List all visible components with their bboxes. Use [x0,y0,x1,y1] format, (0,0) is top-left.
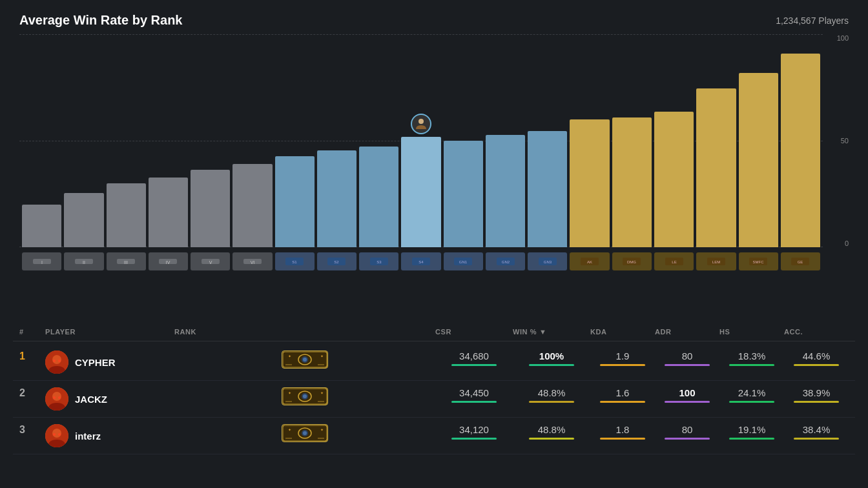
bar-group-0 [22,34,61,247]
bar-0 [22,205,61,247]
win-pct-label: WIN % [513,328,537,336]
svg-text:IV: IV [166,260,170,265]
bar-group-2 [107,34,146,247]
table-row-1[interactable]: 2 JACKZ ✦ ✦ [13,381,855,418]
bar-group-15 [654,34,694,247]
win-cell-1: 48.8% [513,387,590,403]
stat-cell-kda-1: 1.6 [590,387,655,403]
bar-group-9 [401,34,440,247]
svg-point-0 [418,119,424,124]
svg-point-47 [303,358,307,361]
bar-14 [612,117,652,247]
table-section: # PLAYER RANK CSR WIN % ▼ KDA ADR HS ACC… [0,316,868,488]
csr-value-1: 34,450 [459,387,489,398]
acc-value-2: 38.4% [803,424,831,435]
bar-7 [317,150,356,247]
rank-icon-14: DMG [612,252,652,270]
table-row-0[interactable]: 1 CYPHER ✦ ✦ [13,344,855,381]
svg-text:✦: ✦ [320,354,324,358]
svg-text:S3: S3 [377,260,382,264]
bar-group-7 [317,34,356,247]
bar-9 [401,137,440,247]
stat-cell-hs-1: 24.1% [719,387,784,403]
rank-cell-1: ✦ ✦ [174,387,435,405]
stat-cell-hs-2: 19.1% [719,424,784,440]
rank-icon-17: SMFC [739,252,778,270]
y-axis: 100 50 0 [826,34,849,247]
rank-icon-9: S4 [401,252,440,270]
player-name-0: CYPHER [75,357,116,368]
rank-icon-4: V [191,252,230,270]
col-header-win-pct: WIN % ▼ [513,328,590,336]
svg-text:LE: LE [672,260,676,264]
svg-text:S1: S1 [293,260,298,264]
svg-text:✦: ✦ [320,428,324,432]
player-name-2: interz [75,431,101,442]
hs-value-2: 19.1% [738,424,766,435]
col-header-kda: KDA [590,328,655,336]
svg-text:VI: VI [251,260,255,265]
col-header-hs: HS [719,328,784,336]
stat-cell-acc-0: 44.6% [784,351,849,366]
rank-icon-5: VI [232,252,272,270]
stat-cell-kda-0: 1.9 [590,351,655,366]
rank-icon-3: IV [149,252,188,270]
stat-cell-kda-2: 1.8 [590,424,655,440]
win-cell-2: 48.8% [513,424,590,440]
row-number-2: 3 [19,424,45,436]
bar-4 [191,170,230,247]
hs-value-1: 24.1% [738,387,766,398]
bar-18 [781,54,820,247]
bar-8 [359,147,398,247]
chart-section: Average Win Rate by Rank 1,234,567 Playe… [0,0,868,316]
stat-cell-csr-1: 34,450 [435,387,513,403]
svg-text:✦: ✦ [320,391,324,395]
rank-badge-1: ✦ ✦ [282,387,328,405]
col-header-csr: CSR [435,328,513,336]
win-value-2: 48.8% [538,424,566,435]
acc-bar-2 [794,438,839,440]
svg-text:GN1: GN1 [459,260,468,264]
bar-group-12 [528,34,567,247]
rank-icon-6: S1 [275,252,315,270]
player-avatar-0 [45,351,68,374]
chart-header: Average Win Rate by Rank 1,234,567 Playe… [19,13,849,28]
table-row-2[interactable]: 3 interz ✦ ✦ [13,418,855,454]
col-header-adr: ADR [655,328,719,336]
y-label-100: 100 [837,34,849,42]
bar-1 [64,193,103,247]
rank-icon-15: LE [654,252,694,270]
row-number-0: 1 [19,351,45,362]
rank-icon-8: S3 [359,252,398,270]
chart-bars-wrapper: 100 50 0 IIIIIIIVVVIS1S2S3S4GN1GN2GN3AKD… [19,34,849,273]
csr-value-2: 34,120 [459,424,489,435]
bar-group-5 [232,34,272,247]
svg-text:S4: S4 [418,260,424,264]
sort-arrow-icon[interactable]: ▼ [539,328,546,336]
bar-avatar-icon [411,114,431,134]
svg-text:✦: ✦ [288,428,291,432]
col-header-rank-num: # [19,328,45,336]
svg-point-51 [53,396,56,399]
player-cell-0: CYPHER [45,351,174,374]
svg-point-67 [303,431,307,435]
chart-title: Average Win Rate by Rank [19,13,183,28]
svg-point-41 [53,360,56,362]
icons-row: IIIIIIIVVVIS1S2S3S4GN1GN2GN3AKDMGLELEMSM… [19,250,823,273]
bar-group-6 [275,34,315,247]
chart-subtitle: 1,234,567 Players [776,15,849,26]
bar-17 [739,73,778,247]
win-value-1: 48.8% [538,387,566,398]
stat-cell-hs-0: 18.3% [719,351,784,366]
col-header-rank: RANK [174,328,435,336]
win-cell-0: 100% [513,351,590,366]
svg-point-42 [58,360,61,362]
svg-text:II: II [83,260,85,265]
bar-12 [528,131,567,247]
bar-group-18 [781,34,820,247]
bar-6 [275,156,315,247]
kda-bar-1 [600,401,645,403]
y-label-50: 50 [841,137,849,145]
stat-cell-acc-2: 38.4% [784,424,849,440]
kda-value-1: 1.6 [616,387,630,398]
